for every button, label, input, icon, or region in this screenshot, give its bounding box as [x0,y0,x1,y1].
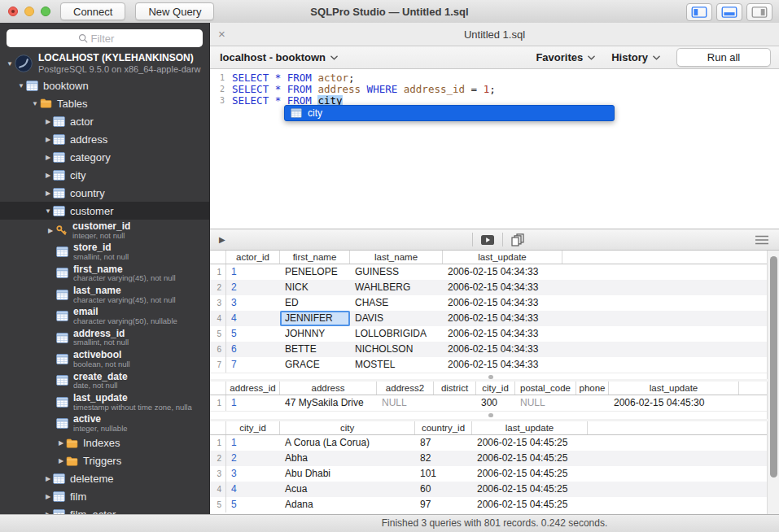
cell[interactable]: DAVIS [350,311,443,326]
cell[interactable]: 2006-02-15 04:34:33 [443,326,562,342]
cell[interactable]: 2006-02-15 04:45:25 [472,482,588,497]
sql-editor[interactable]: 1SELECT * FROM actor; 2SELECT * FROM add… [210,69,779,229]
filter-box[interactable] [7,29,203,47]
cell[interactable]: 2006-02-15 04:34:33 [443,264,562,280]
chevron-collapsed-icon[interactable]: ▶ [56,439,66,447]
chevron-collapsed-icon[interactable]: ▶ [43,493,53,500]
horizontal-scroll-thumb[interactable] [488,413,493,417]
cell[interactable]: MOSTEL [350,357,443,373]
sidebar-item-customer[interactable]: ▼ customer [0,202,209,220]
column-header[interactable]: last_update [443,251,562,264]
cell[interactable]: 300 [476,395,515,411]
chevron-expanded-icon[interactable]: ▼ [43,207,53,215]
column-header[interactable]: country_id [415,421,472,434]
cell[interactable]: 2006-02-15 04:45:30 [609,395,739,411]
table-row[interactable]: 1 1 47 MySakila Drive NULL 300 NULL 2006… [210,395,767,411]
sidebar-column-last_update[interactable]: last_update timestamp without time zone,… [0,391,209,412]
table-row[interactable]: 5 5 JOHNNY LOLLOBRIGIDA 2006-02-15 04:34… [210,326,767,342]
cell[interactable]: 2006-02-15 04:34:33 [443,357,562,373]
column-header[interactable]: postal_code [515,382,576,395]
sidebar-column-last_name[interactable]: last_name character varying(45), not nul… [0,284,209,305]
sidebar-item-indexes[interactable]: ▶ Indexes [0,434,209,452]
chevron-collapsed-icon[interactable]: ▶ [43,172,53,179]
cell[interactable]: Abha [280,451,415,466]
column-header[interactable]: city_id [476,382,515,395]
cell[interactable]: NICK [280,280,350,295]
column-header[interactable]: last_name [350,251,443,264]
chevron-expanded-icon[interactable]: ▼ [5,60,15,68]
cell-null[interactable]: NULL [515,395,576,411]
sidebar-column-activebool[interactable]: activebool boolean, not null [0,348,209,369]
zoom-window-button[interactable] [41,7,50,16]
sidebar-item-address[interactable]: ▶ address [0,130,209,148]
column-header[interactable]: actor_id [226,251,280,264]
run-all-button[interactable]: Run all [676,48,771,67]
column-header[interactable]: last_update [472,421,588,434]
history-dropdown[interactable]: History [611,51,660,63]
toggle-right-panel-button[interactable] [746,3,772,21]
table-row[interactable]: 2 2 NICK WAHLBERG 2006-02-15 04:34:33 [210,280,767,295]
cell[interactable]: 82 [415,451,472,466]
cell[interactable]: 1 [226,435,280,451]
sidebar-item-deleteme[interactable]: ▶ deleteme [0,470,209,488]
autocomplete-item-city[interactable]: city [308,107,322,119]
cell[interactable]: Abu Dhabi [280,466,415,482]
sidebar-item-category[interactable]: ▶ category [0,148,209,166]
cell[interactable]: 2006-02-15 04:45:25 [472,435,588,451]
sidebar-item-actor[interactable]: ▶ actor [0,112,209,130]
minimize-window-button[interactable] [24,7,34,16]
autocomplete-popup[interactable]: city [284,105,615,121]
cell[interactable] [576,395,609,411]
sidebar-column-address_id[interactable]: address_id smallint, not null [0,327,209,348]
column-header[interactable]: city_id [226,421,280,434]
cell[interactable]: CHASE [350,295,443,311]
cell[interactable]: 5 [226,497,280,512]
toggle-bottom-panel-button[interactable] [716,3,742,21]
column-header[interactable]: first_name [280,251,350,264]
cell[interactable]: 3 [226,295,280,311]
cell[interactable]: 7 [226,357,280,373]
vertical-scrollbar[interactable] [770,255,777,509]
cell[interactable]: 101 [415,466,472,482]
cell[interactable]: Adana [280,497,415,512]
table-row[interactable]: 2 2 Abha 82 2006-02-15 04:45:25 [210,451,767,466]
toggle-left-panel-button[interactable] [686,3,712,21]
cell[interactable]: JOHNNY [280,326,350,342]
new-query-button[interactable]: New Query [135,2,214,20]
sidebar-item-triggers[interactable]: ▶ Triggers [0,452,209,470]
cell-null[interactable]: NULL [377,395,434,411]
column-header[interactable]: address2 [377,382,434,395]
cell[interactable]: 2006-02-15 04:34:33 [443,342,562,357]
column-header[interactable]: phone [576,382,609,395]
table-row[interactable]: 1 1 A Corua (La Corua) 87 2006-02-15 04:… [210,435,767,451]
cell[interactable]: 2006-02-15 04:45:25 [472,497,588,512]
results-menu-icon[interactable] [755,235,769,245]
cell[interactable]: 3 [226,466,280,482]
cell[interactable]: PENELOPE [280,264,350,280]
cell[interactable]: 97 [415,497,472,512]
selected-cell[interactable]: JENNIFER [280,311,350,326]
tab-untitled-1[interactable]: Untitled 1.sql [210,28,779,41]
cell[interactable]: 60 [415,482,472,497]
chevron-expanded-icon[interactable]: ▼ [16,82,26,89]
column-header[interactable]: last_update [609,382,739,395]
column-header[interactable]: district [434,382,476,395]
sidebar-item-country[interactable]: ▶ country [0,184,209,202]
favorites-dropdown[interactable]: Favorites [536,51,595,63]
chevron-collapsed-icon[interactable]: ▶ [43,136,53,143]
sidebar-column-create_date[interactable]: create_date date, not null [0,370,209,391]
column-header[interactable]: city [280,421,415,434]
sidebar-column-active[interactable]: active integer, nullable [0,413,209,434]
cell[interactable] [434,395,476,411]
cell[interactable]: 2006-02-15 04:34:33 [443,311,562,326]
cell[interactable]: ED [280,295,350,311]
vertical-scroll-thumb[interactable] [770,256,777,477]
chevron-collapsed-icon[interactable]: ▶ [46,227,55,234]
column-header[interactable]: address [280,382,377,395]
table-row[interactable]: 4 4 Acua 60 2006-02-15 04:45:25 [210,482,767,497]
cell[interactable]: 47 MySakila Drive [280,395,377,411]
cell[interactable]: NICHOLSON [350,342,443,357]
horizontal-scroll-thumb[interactable] [488,375,493,379]
horizontal-scrollbar[interactable] [210,411,767,419]
cell[interactable]: 1 [226,264,280,280]
